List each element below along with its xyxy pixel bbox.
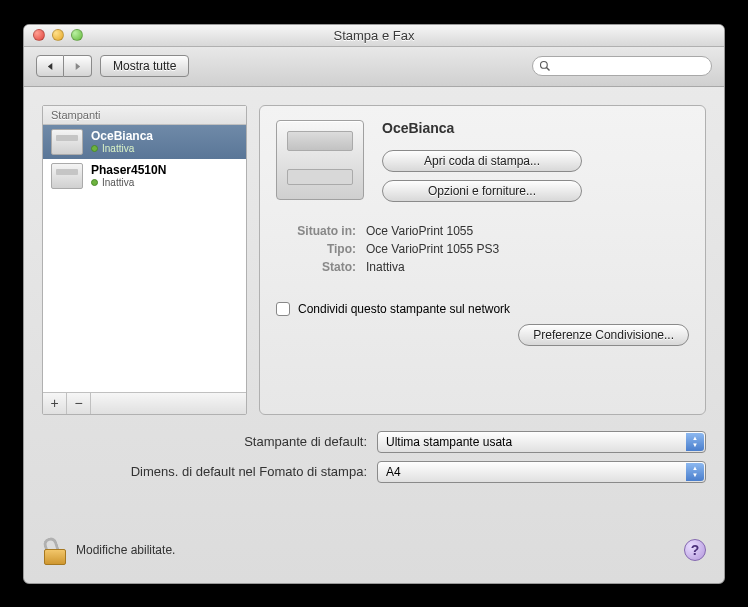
paper-size-select[interactable]: A4 [377,461,706,483]
search-input[interactable] [555,60,705,72]
search-field[interactable] [532,56,712,76]
close-icon[interactable] [33,29,45,41]
share-checkbox[interactable] [276,302,290,316]
status-value: Inattiva [366,260,689,274]
kind-label: Tipo: [276,242,356,256]
printer-list[interactable]: OceBianca Inattiva Phaser4510N [43,125,246,392]
search-icon [539,60,551,72]
add-printer-button[interactable]: + [43,393,67,414]
options-supplies-button[interactable]: Opzioni e forniture... [382,180,582,202]
info-grid: Situato in: Oce VarioPrint 1055 Tipo: Oc… [276,224,689,274]
printer-icon [51,129,83,155]
share-row: Condividi questo stampante sul network [276,302,689,316]
back-button[interactable] [36,55,64,77]
share-label: Condividi questo stampante sul network [298,302,510,316]
printer-icon [51,163,83,189]
default-printer-value: Ultima stampante usata [386,435,512,449]
open-queue-button[interactable]: Apri coda di stampa... [382,150,582,172]
default-printer-label: Stampante di default: [42,434,367,449]
printer-list-panel: Stampanti OceBianca Inattiva [42,105,247,415]
nav-segmented [36,55,92,77]
preferences-window: Stampa e Fax Mostra tutte Stampanti [23,24,725,584]
forward-button[interactable] [64,55,92,77]
printer-item-phaser[interactable]: Phaser4510N Inattiva [43,159,246,193]
printer-status: Inattiva [91,143,153,154]
dropdown-arrows-icon [686,463,704,481]
add-remove-bar: + − [43,392,246,414]
status-dot-icon [91,179,98,186]
sharing-prefs-button[interactable]: Preferenze Condivisione... [518,324,689,346]
lock-icon[interactable] [42,535,68,565]
printer-status-text: Inattiva [102,177,134,188]
minimize-icon[interactable] [52,29,64,41]
default-printer-select[interactable]: Ultima stampante usata [377,431,706,453]
remove-printer-button[interactable]: − [67,393,91,414]
lock-text: Modifiche abilitate. [76,543,175,557]
zoom-icon[interactable] [71,29,83,41]
forward-arrow-icon [73,62,82,71]
dropdowns-area: Stampante di default: Ultima stampante u… [42,431,706,491]
printer-name: Phaser4510N [91,163,166,177]
help-button[interactable]: ? [684,539,706,561]
titlebar: Stampa e Fax [24,25,724,47]
window-controls [24,29,83,41]
content-area: Stampanti OceBianca Inattiva [24,87,724,583]
kind-value: Oce VarioPrint 1055 PS3 [366,242,689,256]
dropdown-arrows-icon [686,433,704,451]
printer-item-ocebianca[interactable]: OceBianca Inattiva [43,125,246,159]
location-label: Situato in: [276,224,356,238]
printer-name: OceBianca [91,129,153,143]
default-printer-row: Stampante di default: Ultima stampante u… [42,431,706,453]
status-dot-icon [91,145,98,152]
paper-size-label: Dimens. di default nel Fomato di stampa: [42,464,367,479]
printer-large-icon [276,120,364,200]
printer-title: OceBianca [382,120,689,136]
printer-status-text: Inattiva [102,143,134,154]
status-label: Stato: [276,260,356,274]
toolbar: Mostra tutte [24,47,724,87]
svg-line-1 [547,68,550,71]
printer-detail-panel: OceBianca Apri coda di stampa... Opzioni… [259,105,706,415]
location-value: Oce VarioPrint 1055 [366,224,689,238]
printer-list-header: Stampanti [43,106,246,125]
window-title: Stampa e Fax [24,28,724,43]
paper-size-row: Dimens. di default nel Fomato di stampa:… [42,461,706,483]
footer: Modifiche abilitate. ? [42,523,706,565]
back-arrow-icon [46,62,55,71]
svg-point-0 [541,62,548,69]
paper-size-value: A4 [386,465,401,479]
top-row: Stampanti OceBianca Inattiva [42,105,706,415]
show-all-button[interactable]: Mostra tutte [100,55,189,77]
printer-status: Inattiva [91,177,166,188]
